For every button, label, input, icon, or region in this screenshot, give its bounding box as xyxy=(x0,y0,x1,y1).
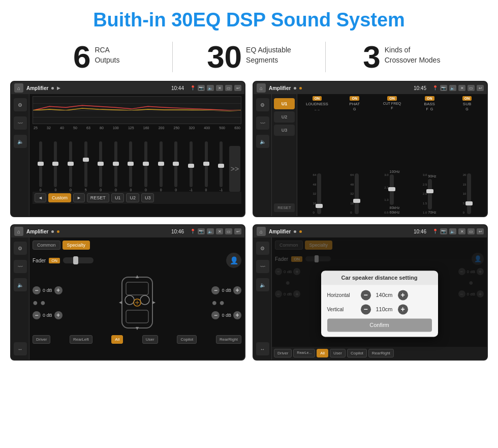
eq-slider-7[interactable]: 0 xyxy=(139,141,153,192)
vol-rr-plus[interactable]: + xyxy=(233,311,241,319)
horizontal-minus[interactable]: − xyxy=(361,290,371,300)
amp-on-sub[interactable]: ON xyxy=(462,96,472,101)
amp-reset-btn[interactable]: RESET xyxy=(274,203,295,212)
fader-status-bar: ⌂ Amplifier 10:46 📍 📷 🔈 ✕ ▭ ↩ xyxy=(11,225,244,237)
fader-main: Common Specialty Fader ON 👤 xyxy=(29,237,244,360)
amp-left-panel: U1 U2 U3 RESET xyxy=(272,94,297,216)
home-icon[interactable]: ⌂ xyxy=(14,83,23,93)
dialog-app-name: Amplifier xyxy=(269,229,291,234)
fader-wave-btn[interactable]: 〰 xyxy=(14,260,27,273)
amp-on-cutfreq[interactable]: ON xyxy=(387,96,397,101)
eq-u3-btn[interactable]: U3 xyxy=(141,193,154,202)
horizontal-plus[interactable]: + xyxy=(398,290,408,300)
fader-filter-btn[interactable]: ⚙ xyxy=(14,242,27,255)
fader-h-slider[interactable] xyxy=(63,257,94,263)
eq-wave-btn[interactable]: 〰 xyxy=(14,116,27,130)
horizontal-label: Horizontal xyxy=(327,292,358,298)
fader-vol-btn[interactable]: 🔈 xyxy=(14,278,27,291)
amp-fader-loudness[interactable] xyxy=(317,173,321,214)
amp-fader-phat[interactable] xyxy=(355,173,359,214)
btn-copilot[interactable]: Copilot xyxy=(177,335,197,344)
amp-fader-bass[interactable] xyxy=(428,179,432,210)
amp2-filter-btn[interactable]: ⚙ xyxy=(256,98,269,111)
vertical-plus[interactable]: + xyxy=(398,304,408,314)
dialog-filter-btn[interactable]: ⚙ xyxy=(256,242,269,255)
freq-label-13: 500 xyxy=(219,126,225,130)
eq-slider-9[interactable]: 0 xyxy=(169,141,183,192)
btn-driver[interactable]: Driver xyxy=(33,335,50,344)
eq-slider-1[interactable]: 0 xyxy=(49,141,63,192)
fader-dot2 xyxy=(57,230,59,233)
amp-u2-btn[interactable]: U2 xyxy=(274,111,295,123)
dialog-btn-rearright[interactable]: RearRight xyxy=(368,349,394,357)
freq-label-10: 250 xyxy=(174,126,180,130)
eq-vol-btn[interactable]: 🔈 xyxy=(14,135,27,148)
btn-user[interactable]: User xyxy=(142,335,158,344)
dialog-btn-all[interactable]: All xyxy=(317,349,328,357)
eq-slider-2[interactable]: 0 xyxy=(64,141,78,192)
eq-u1-btn[interactable]: U1 xyxy=(111,193,124,202)
vertical-minus[interactable]: − xyxy=(361,304,371,314)
amp-on-phat[interactable]: ON xyxy=(350,96,359,101)
eq-custom-btn[interactable]: Custom xyxy=(48,193,71,202)
eq-reset-btn[interactable]: RESET xyxy=(87,193,109,202)
eq-slider-6[interactable]: 0 xyxy=(124,141,138,192)
vol-fl-plus[interactable]: + xyxy=(54,286,63,294)
dialog-vol-btn[interactable]: 🔈 xyxy=(256,278,269,291)
confirm-button[interactable]: Confirm xyxy=(327,318,432,332)
amp-u1-btn[interactable]: U1 xyxy=(274,98,295,109)
eq-prev-btn[interactable]: ◄ xyxy=(35,193,46,202)
amp2-vol-btn[interactable]: 🔈 xyxy=(256,135,269,148)
fader-home-icon[interactable]: ⌂ xyxy=(14,227,23,236)
btn-all[interactable]: All xyxy=(111,335,123,344)
stat-label-rca: RCAOutputs xyxy=(95,41,119,65)
btn-rearright[interactable]: RearRight xyxy=(216,335,241,344)
freq-label-1: 32 xyxy=(47,126,51,130)
dialog-status-bar: ⌂ Amplifier 10:46 📍 📷 🔈 ✕ ▭ ↩ xyxy=(254,225,487,237)
stat-number-eq: 30 xyxy=(207,41,242,73)
amp-label-phat: PHAT xyxy=(349,102,360,106)
eq-slider-0[interactable]: 0 xyxy=(34,141,48,192)
amp-label-loudness: LOUDNESS xyxy=(306,102,328,106)
amp-on-loudness[interactable]: ON xyxy=(313,96,322,101)
tab-specialty[interactable]: Specialty xyxy=(63,241,90,250)
eq-filter-btn[interactable]: ⚙ xyxy=(14,98,27,111)
vol-rl-minus[interactable]: − xyxy=(33,311,41,319)
eq-slider-11[interactable]: 0 xyxy=(199,141,213,192)
vol-rr-minus[interactable]: − xyxy=(211,311,220,319)
amp-fader-sub[interactable] xyxy=(467,173,471,214)
amp-u3-btn[interactable]: U3 xyxy=(274,125,295,136)
eq-slider-8[interactable]: 0 xyxy=(154,141,168,192)
amp-home-icon[interactable]: ⌂ xyxy=(257,83,266,93)
eq-play-btn[interactable]: ► xyxy=(73,193,85,202)
fader-on-badge[interactable]: ON xyxy=(49,258,60,263)
btn-rearleft[interactable]: RearLeft xyxy=(70,335,92,344)
amp2-wave-btn[interactable]: 〰 xyxy=(256,116,269,130)
dialog-btn-rearleft[interactable]: RearLe... xyxy=(293,349,315,357)
eq-u2-btn[interactable]: U2 xyxy=(126,193,139,202)
dialog-btn-user[interactable]: User xyxy=(330,349,346,357)
eq-slider-10[interactable]: -1 xyxy=(184,141,198,192)
dialog-wave-btn[interactable]: 〰 xyxy=(256,260,269,273)
tab-common[interactable]: Common xyxy=(33,241,60,250)
eq-slider-12[interactable]: -1 xyxy=(214,141,228,192)
eq-slider-4[interactable]: 0 xyxy=(94,141,108,192)
eq-slider-3[interactable]: 5 xyxy=(79,141,93,192)
amp-channel-phat: ON PHAT G 64 48 32 16 0 xyxy=(337,96,372,214)
vol-fr-plus[interactable]: + xyxy=(233,286,241,294)
amp-channel-sub: ON SUB G 20 15 10 5 0 xyxy=(449,96,485,214)
amp-on-bass[interactable]: ON xyxy=(425,96,434,101)
amp-fader-cutfreq[interactable] xyxy=(390,174,394,205)
dialog-btn-copilot[interactable]: Copilot xyxy=(347,349,367,357)
vol-fl-minus[interactable]: − xyxy=(33,286,41,294)
fader-avatar[interactable]: 👤 xyxy=(226,253,241,268)
eq-expand-btn[interactable]: >> xyxy=(229,146,240,192)
dialog-btn-driver[interactable]: Driver xyxy=(274,349,292,357)
eq-slider-5[interactable]: 0 xyxy=(109,141,123,192)
vol-fr-minus[interactable]: − xyxy=(211,286,220,294)
vol-rl-plus[interactable]: + xyxy=(54,311,63,319)
dialog-expand-btn[interactable]: ↔ xyxy=(256,342,269,355)
dialog-home-icon[interactable]: ⌂ xyxy=(257,227,266,236)
fader-expand-btn[interactable]: ↔ xyxy=(14,342,27,355)
amp-label-cutfreq: CUT FREQ xyxy=(383,102,401,105)
